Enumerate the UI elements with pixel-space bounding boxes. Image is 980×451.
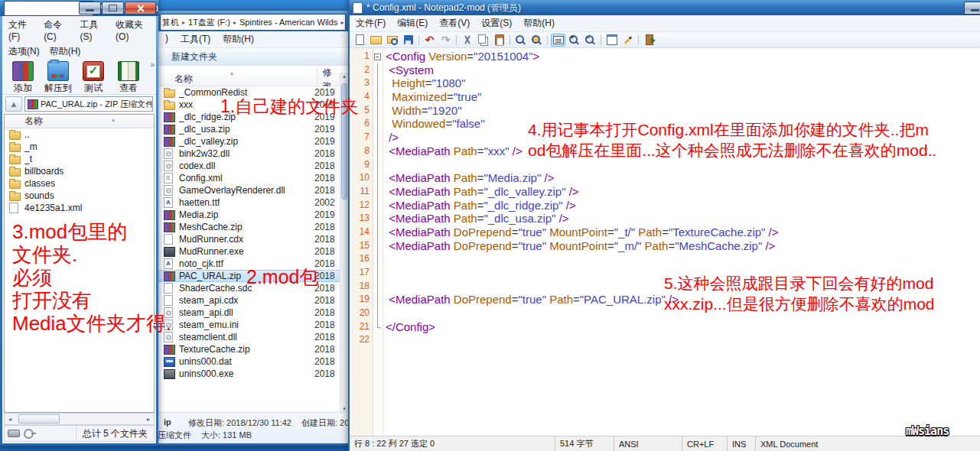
code-editor[interactable]: 1<Config Version="20151004">2 <System3 H… [350,48,980,436]
menu-item[interactable]: 编辑(E) [397,17,428,30]
fold-marker[interactable] [373,280,383,294]
fold-marker[interactable] [373,239,383,253]
zoom-out-button[interactable]: − [583,34,597,47]
fold-marker[interactable] [373,320,383,334]
file-row[interactable]: MudRunner.cdx2018 [158,233,340,245]
fold-marker[interactable] [373,252,383,266]
archive-list-item[interactable]: .. [5,128,154,141]
file-row[interactable]: haetten.ttf2002 [158,196,340,209]
redo-button[interactable] [438,34,453,47]
scroll-left-icon[interactable]: ◂ [5,416,15,423]
new-file-button[interactable] [353,34,367,47]
file-row[interactable]: steam_emu.ini2018 [158,319,340,331]
breadcrumb-segment[interactable]: 1T盘蓝 (F:) [188,17,230,28]
fold-marker[interactable] [373,199,383,213]
scrollbar-thumb[interactable] [18,414,60,423]
file-row[interactable]: MudRunner.exe2018 [158,245,340,258]
minimize-button[interactable] [79,2,101,15]
column-header-name[interactable]: 名称▴ [158,73,317,86]
menu-item[interactable]: 工具(S) [80,18,106,42]
fold-marker[interactable] [373,144,383,158]
winrar-horizontal-scrollbar[interactable]: ◂ ▸ [4,413,155,425]
archive-path-combobox[interactable]: PAC_URAL.zip - ZIP 压缩文件, 解 ▼ [24,96,153,112]
archive-list-item[interactable]: 4e1235a1.xml [5,202,154,214]
file-row[interactable]: unins000.exe2018 [158,368,340,380]
file-row[interactable]: Config.xml2018 [158,172,340,184]
fold-marker[interactable] [373,212,383,226]
file-row[interactable]: unins000.dat2018 [158,355,340,368]
open-file-button[interactable] [369,34,383,47]
explorer-vertical-scrollbar[interactable]: ▴ ▾ [340,73,348,413]
fold-marker[interactable] [373,90,383,104]
zoom-in-button[interactable]: + [567,34,581,47]
scroll-up-icon[interactable]: ▴ [340,73,348,79]
toolbar-overflow-chevron-icon[interactable]: » [150,60,155,69]
fold-marker[interactable] [373,333,383,347]
file-row[interactable]: codex.dll2018 [158,160,340,172]
new-folder-button[interactable]: 新建文件夹 [171,50,217,63]
extract-to-button[interactable]: 解压到 [41,60,76,95]
customize-scheme-button[interactable] [620,34,635,47]
cut-button[interactable] [460,34,474,47]
fold-marker[interactable] [373,185,383,199]
archive-list-item[interactable]: classes [5,177,154,190]
minimize-button[interactable] [964,2,980,15]
replace-button[interactable] [529,34,544,47]
file-row[interactable]: steam_api.dll2018 [158,307,340,319]
add-archive-button[interactable]: 添加 [5,60,41,95]
archive-list-item[interactable]: _m [5,141,154,153]
fold-marker[interactable] [373,104,383,118]
winrar-column-header[interactable]: 名称 ▴ [5,115,154,128]
exit-button[interactable] [642,34,656,47]
menu-item[interactable]: 命令(C) [44,18,70,42]
fold-marker[interactable] [373,158,383,172]
view-file-button[interactable]: 查看 [111,60,146,95]
view-scheme-button[interactable] [604,34,619,47]
file-row[interactable]: bink2w32.dll2018 [158,148,340,160]
menu-item[interactable]: 帮助(H) [50,45,81,58]
menu-item[interactable]: 选项(N) [8,45,40,58]
save-file-button[interactable] [401,34,415,47]
file-row[interactable]: TextureCache.zip2018 [158,343,340,355]
menu-item[interactable]: 文件(F) [356,17,386,30]
copy-button[interactable] [476,34,490,47]
menu-item[interactable]: 收藏夹(O) [116,18,150,42]
file-row[interactable]: steam_api.cdx2018 [158,294,340,307]
fold-marker[interactable] [373,226,383,239]
menu-item[interactable]: 文件(F) [8,18,34,42]
test-archive-button[interactable]: 测试 [76,60,111,95]
paste-button[interactable] [492,34,506,47]
file-row[interactable]: _dlc_valley.zip2019 [158,135,340,148]
undo-button[interactable] [422,34,437,47]
scroll-down-icon[interactable]: ▾ [340,406,348,412]
menu-item[interactable]: 查看(V) [439,17,470,30]
fold-marker[interactable] [373,63,383,77]
fold-marker[interactable] [373,50,383,63]
archive-list-item[interactable]: billboards [5,165,154,177]
menu-item[interactable]: 帮助(H) [523,17,555,30]
scroll-right-icon[interactable]: ▸ [143,416,154,423]
file-row[interactable]: steamclient.dll2018 [158,331,340,343]
file-row[interactable]: Media.zip2019 [158,209,340,221]
file-row[interactable]: MeshCache.zip2018 [158,221,340,233]
close-button[interactable] [125,2,156,15]
fold-marker[interactable] [373,266,383,280]
word-wrap-button[interactable] [551,34,565,47]
maximize-button[interactable] [102,2,124,15]
archive-list-item[interactable]: sounds [5,190,154,202]
fold-marker[interactable] [373,117,383,131]
menu-item[interactable]: 帮助(H) [223,33,254,46]
fold-marker[interactable] [373,307,383,320]
notepad2-titlebar[interactable]: * Config.xml - Notepad2-mod (管理员) [350,0,980,15]
archive-list-item[interactable]: _t [5,153,154,165]
find-button[interactable] [513,34,528,47]
fold-marker[interactable] [373,76,383,90]
file-row[interactable]: GameOverlayRenderer.dll2018 [158,184,340,196]
up-one-level-button[interactable]: ▲ [5,96,22,112]
file-row[interactable]: _dlc_usa.zip2019 [158,123,340,135]
browse-files-button[interactable] [385,34,399,47]
fold-marker[interactable] [373,293,383,307]
fold-marker[interactable] [373,131,383,144]
breadcrumb[interactable]: 算机▸1T盘蓝 (F:)▸Spintires - American Wilds▸ [160,14,346,31]
breadcrumb-segment[interactable]: Spintires - American Wilds [239,18,337,27]
